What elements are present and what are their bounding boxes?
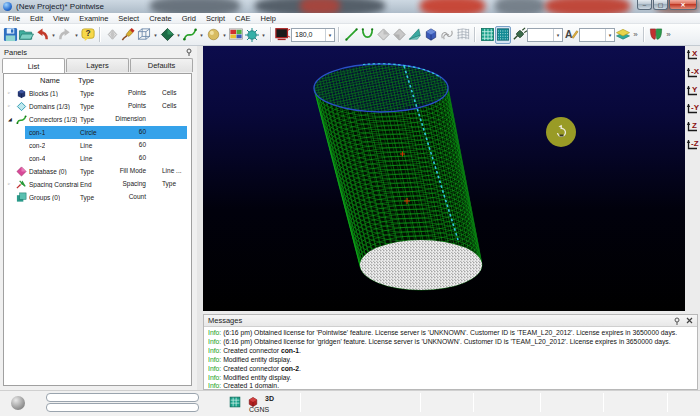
tree-row-connectors-1-3[interactable]: ◢Connectors (1/3)TypeDimension (4, 113, 191, 126)
view-minus-z-button[interactable]: -Z (686, 137, 700, 152)
tree-row-spacing-constrai[interactable]: ▹Spacing Constrai...EndSpacingType (4, 178, 191, 191)
menu-view[interactable]: View (48, 14, 74, 23)
view-minus-y-button[interactable]: -Y (686, 101, 700, 116)
close-icon[interactable] (686, 317, 693, 324)
close-button[interactable]: ✕ (669, 0, 697, 10)
expand-icon[interactable]: ▹ (8, 91, 10, 96)
blue-cube-icon[interactable] (423, 26, 439, 44)
view-minus-x-button[interactable]: -X (686, 65, 700, 80)
dropdown-caret[interactable]: ▾ (175, 32, 182, 38)
teal-fan-icon[interactable] (407, 26, 423, 44)
tree-row-domains-1-3[interactable]: ▹Domains (1/3)TypePointsCells (4, 100, 191, 113)
toolbar-overflow-chevron[interactable]: » (664, 30, 673, 39)
groups-icon (16, 192, 27, 204)
menu-file[interactable]: File (3, 14, 25, 23)
cylinder-mesh[interactable] (307, 48, 482, 290)
chevron-down-icon[interactable]: ▾ (325, 29, 334, 41)
dropdown-caret[interactable]: ▾ (152, 32, 159, 38)
gray-coil-icon[interactable] (439, 26, 455, 44)
gray-diamond-1-icon[interactable] (375, 26, 391, 44)
palette-icon[interactable] (228, 26, 244, 44)
messages-panel: Messages Info: (6:16 pm) Obtained licens… (203, 314, 698, 390)
minimize-button[interactable]: – (637, 0, 652, 10)
tab-defaults[interactable]: Defaults (130, 58, 193, 72)
tree-cell-type: Type (80, 168, 94, 175)
save-icon[interactable] (2, 26, 18, 44)
menu-examine[interactable]: Examine (74, 14, 113, 23)
grid-dotted-icon[interactable] (495, 26, 511, 44)
plug-icon[interactable] (511, 26, 527, 44)
tree-row-con-2[interactable]: con-2Line60 (4, 139, 191, 152)
title-bar[interactable]: (New Project)* Pointwise – ▢ ✕ (0, 0, 700, 13)
line-2pt-icon[interactable] (343, 26, 359, 44)
redo-icon[interactable] (57, 26, 73, 44)
tab-list[interactable]: List (2, 58, 65, 73)
chevron-down-icon[interactable]: ▾ (605, 29, 614, 41)
attribute-combo[interactable]: ▾ (579, 28, 615, 42)
tree-cell-name: Connectors (1/3) (29, 116, 77, 123)
menu-script[interactable]: Script (201, 14, 230, 23)
svg-text:A: A (565, 29, 573, 40)
annotate-a-icon[interactable]: A (563, 26, 579, 44)
tree-row-groups-0[interactable]: Groups (0)TypeCount (4, 191, 191, 204)
tab-layers[interactable]: Layers (66, 58, 129, 72)
viewport-3d[interactable] (203, 46, 685, 311)
view-plus-x-button[interactable]: X (686, 47, 700, 62)
help-icon[interactable]: ? (80, 26, 96, 44)
gray-diamond-2-icon[interactable] (391, 26, 407, 44)
yellow-sphere-icon[interactable] (205, 26, 221, 44)
tree-cell-col3: Fill Mode (120, 167, 146, 174)
gem-icon[interactable] (104, 26, 120, 44)
rotation-angle-combo[interactable]: 180,0▾ (291, 28, 335, 42)
connector-curve-icon[interactable] (182, 26, 198, 44)
view-plus-y-button[interactable]: Y (686, 83, 700, 98)
dropdown-caret[interactable]: ▾ (50, 32, 57, 38)
menu-edit[interactable]: Edit (25, 14, 48, 23)
message-line: Info: Modified entity display. (208, 374, 695, 383)
expand-icon[interactable]: ▹ (8, 182, 10, 187)
brush-icon[interactable] (120, 26, 136, 44)
message-text: . (299, 347, 301, 354)
maximize-button[interactable]: ▢ (653, 0, 668, 10)
toolbar-overflow-chevron[interactable]: » (631, 30, 640, 39)
grid-solid-icon[interactable] (479, 26, 495, 44)
gray-mesh-icon[interactable] (455, 26, 471, 44)
open-icon[interactable] (18, 26, 34, 44)
tree-cell-type: Type (80, 103, 94, 110)
message-text: Created 1 domain. (223, 382, 279, 388)
dropdown-caret[interactable]: ▾ (260, 32, 267, 38)
undo-icon[interactable] (34, 26, 50, 44)
tree-column-name[interactable]: Name (40, 76, 60, 85)
collapse-icon[interactable]: ◢ (8, 117, 12, 122)
entity-tree: Name Type ▹Blocks (1)TypePointsCells▹Dom… (3, 73, 192, 386)
tree-row-con-1[interactable]: con-1Circle60 (4, 126, 191, 139)
layers-stack-icon[interactable] (615, 26, 631, 44)
tree-row-database-0[interactable]: Database (0)TypeFill ModeLine ... (4, 165, 191, 178)
pin-icon[interactable] (673, 317, 681, 325)
menu-cae[interactable]: CAE (230, 14, 255, 23)
menu-help[interactable]: Help (255, 14, 280, 23)
dropdown-caret[interactable]: ▾ (221, 32, 228, 38)
status-field-2[interactable] (46, 403, 199, 412)
u-curve-icon[interactable] (359, 26, 375, 44)
dropdown-caret[interactable]: ▾ (198, 32, 205, 38)
menu-create[interactable]: Create (144, 14, 177, 23)
spiky-sphere-icon[interactable] (244, 26, 260, 44)
tree-row-con-4[interactable]: con-4Line60 (4, 152, 191, 165)
tree-row-blocks-1[interactable]: ▹Blocks (1)TypePointsCells (4, 87, 191, 100)
green-diamond-icon[interactable] (159, 26, 175, 44)
wirecube-icon[interactable] (136, 26, 152, 44)
dropdown-caret[interactable]: ▾ (73, 32, 80, 38)
menu-select[interactable]: Select (113, 14, 144, 23)
pin-icon[interactable] (185, 48, 193, 56)
mask-icon[interactable] (648, 26, 664, 44)
entity-combo[interactable]: ▾ (527, 28, 563, 42)
chevron-down-icon[interactable]: ▾ (553, 29, 562, 41)
message-text: Created connector (223, 347, 281, 354)
view-plus-z-button[interactable]: Z (686, 119, 700, 134)
tree-column-type[interactable]: Type (78, 76, 94, 85)
status-field-1[interactable] (46, 393, 199, 402)
expand-icon[interactable]: ▹ (8, 104, 10, 109)
view-screen-icon[interactable] (275, 26, 291, 44)
menu-grid[interactable]: Grid (177, 14, 201, 23)
